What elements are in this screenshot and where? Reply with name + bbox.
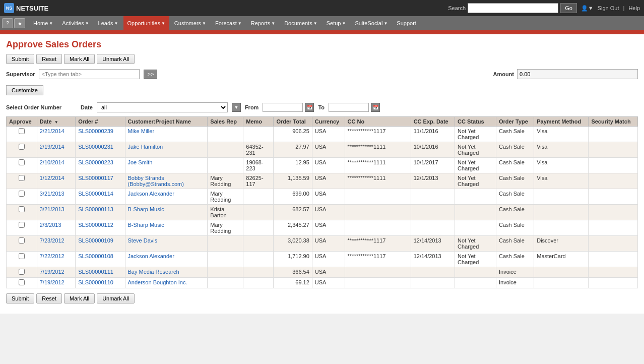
- cell-ccexp: 12/14/2013: [411, 236, 455, 252]
- nav-item-opportunities[interactable]: Opportunities▼: [123, 16, 169, 30]
- supervisor-search-btn[interactable]: >>: [144, 70, 157, 79]
- cell-ccstatus: Not Yet Charged: [455, 127, 496, 142]
- order-link[interactable]: SLS00000114: [78, 191, 113, 197]
- date-link[interactable]: 7/23/2012: [40, 237, 65, 244]
- approve-checkbox[interactable]: [19, 128, 25, 134]
- mark-all-button-top[interactable]: Mark All: [64, 54, 95, 64]
- to-calendar-btn[interactable]: 📅: [371, 103, 380, 112]
- unmark-all-button-bottom[interactable]: Unmark All: [97, 293, 135, 304]
- approve-checkbox[interactable]: [19, 175, 25, 181]
- customer-link[interactable]: Anderson Boughton Inc.: [128, 279, 187, 285]
- submit-button-top[interactable]: Submit: [6, 54, 34, 64]
- customer-link[interactable]: Bay Media Research: [128, 269, 179, 275]
- approve-checkbox[interactable]: [19, 237, 25, 244]
- customer-link[interactable]: Joe Smith: [128, 159, 153, 165]
- customize-button[interactable]: Customize: [6, 85, 43, 95]
- cell-ccexp: [411, 267, 455, 278]
- cell-memo: [243, 236, 274, 252]
- nav-item-setup[interactable]: Setup▼: [323, 16, 350, 30]
- approve-checkbox[interactable]: [19, 253, 25, 259]
- cell-memo: [243, 278, 274, 288]
- order-link[interactable]: SLS00000223: [78, 159, 113, 165]
- order-link[interactable]: SLS00000239: [78, 128, 113, 134]
- customer-link[interactable]: Jackson Alexander: [128, 191, 174, 197]
- customer-link[interactable]: Mike Miller: [128, 128, 155, 134]
- table-row: 1/12/2014SLS00000117Bobby Strands (Bobby…: [7, 173, 638, 189]
- to-date-input[interactable]: [329, 103, 369, 112]
- th-date[interactable]: Date ▼: [37, 117, 75, 127]
- order-link[interactable]: SLS00000113: [78, 206, 113, 212]
- customer-link[interactable]: Steve Davis: [128, 237, 158, 244]
- search-input[interactable]: [468, 3, 558, 13]
- cell-currency: USA: [312, 158, 345, 173]
- mark-all-button-bottom[interactable]: Mark All: [64, 293, 95, 304]
- date-link[interactable]: 7/22/2012: [40, 253, 65, 259]
- approve-checkbox[interactable]: [19, 222, 25, 228]
- nav-item-support[interactable]: Support: [393, 16, 420, 30]
- approve-checkbox[interactable]: [19, 159, 25, 165]
- nav-item-forecast[interactable]: Forecast▼: [211, 16, 246, 30]
- customer-link[interactable]: B-Sharp Music: [128, 206, 164, 212]
- approve-checkbox[interactable]: [19, 206, 25, 212]
- nav-item-suitesocial[interactable]: SuiteSocial▼: [351, 16, 392, 30]
- nav-item-customers[interactable]: Customers▼: [170, 16, 210, 30]
- sign-out-link[interactable]: Sign Out: [598, 5, 619, 11]
- order-link[interactable]: SLS00000108: [78, 253, 113, 259]
- cell-currency: USA: [312, 142, 345, 158]
- reset-button-top[interactable]: Reset: [36, 54, 62, 64]
- reset-button-bottom[interactable]: Reset: [36, 293, 62, 304]
- order-link[interactable]: SLS00000110: [78, 279, 113, 285]
- cell-memo: [243, 252, 274, 267]
- nav-item-leads[interactable]: Leads▼: [94, 16, 122, 30]
- supervisor-input[interactable]: [39, 69, 140, 79]
- nav-item-reports[interactable]: Reports▼: [247, 16, 279, 30]
- unmark-all-button-top[interactable]: Unmark All: [97, 54, 135, 64]
- cell-approve: [7, 220, 37, 236]
- approve-checkbox[interactable]: [19, 144, 25, 150]
- page-title: Approve Sales Orders: [6, 39, 638, 50]
- cell-ccexp: 12/14/2013: [411, 252, 455, 267]
- from-calendar-btn[interactable]: 📅: [305, 103, 314, 112]
- customer-link[interactable]: B-Sharp Music: [128, 222, 164, 228]
- date-dropdown-btn[interactable]: ▼: [232, 103, 241, 112]
- customer-link[interactable]: Bobby Strands (Bobby@Strands.com): [128, 175, 184, 187]
- nav-help-icon[interactable]: ?: [2, 18, 13, 28]
- order-link[interactable]: SLS00000111: [78, 269, 113, 275]
- date-link[interactable]: 1/12/2014: [40, 175, 65, 181]
- customer-link[interactable]: Jackson Alexander: [128, 253, 174, 259]
- date-link[interactable]: 7/19/2012: [40, 279, 65, 285]
- order-link[interactable]: SLS00000117: [78, 175, 113, 181]
- approve-checkbox[interactable]: [19, 191, 25, 197]
- date-link[interactable]: 7/19/2012: [40, 269, 65, 275]
- search-button[interactable]: Go: [560, 3, 577, 13]
- submit-button-bottom[interactable]: Submit: [6, 293, 34, 304]
- date-link[interactable]: 2/21/2014: [40, 128, 65, 134]
- date-link[interactable]: 3/21/2013: [40, 191, 65, 197]
- approve-checkbox[interactable]: [19, 269, 25, 275]
- nav-star-icon[interactable]: ★: [14, 18, 25, 28]
- order-link[interactable]: SLS00000112: [78, 222, 113, 228]
- date-link[interactable]: 3/21/2013: [40, 206, 65, 212]
- date-select[interactable]: all: [97, 102, 228, 112]
- amount-input[interactable]: [517, 69, 638, 79]
- help-link[interactable]: Help: [628, 5, 640, 11]
- logo: NS NETSUITE: [4, 3, 48, 13]
- date-link[interactable]: 2/3/2013: [40, 222, 61, 228]
- nav-item-documents[interactable]: Documents▼: [280, 16, 321, 30]
- date-link[interactable]: 2/19/2014: [40, 144, 65, 150]
- approve-checkbox[interactable]: [19, 279, 25, 285]
- date-link[interactable]: 2/10/2014: [40, 159, 65, 165]
- cell-ordertype: Cash Sale: [496, 205, 534, 220]
- order-link[interactable]: SLS00000109: [78, 237, 113, 244]
- cell-payment: [534, 267, 589, 278]
- customer-link[interactable]: Jake Hamilton: [128, 144, 163, 150]
- from-date-input[interactable]: [263, 103, 303, 112]
- order-link[interactable]: SLS00000231: [78, 144, 113, 150]
- th-ccno: CC No: [345, 117, 411, 127]
- cell-date: 2/3/2013: [37, 220, 75, 236]
- cell-approve: [7, 278, 37, 288]
- nav-item-activities[interactable]: Activities▼: [58, 16, 93, 30]
- cell-memo: 19068-223: [243, 158, 274, 173]
- top-button-row: Submit Reset Mark All Unmark All: [6, 54, 638, 64]
- nav-item-home[interactable]: Home▼: [29, 16, 57, 30]
